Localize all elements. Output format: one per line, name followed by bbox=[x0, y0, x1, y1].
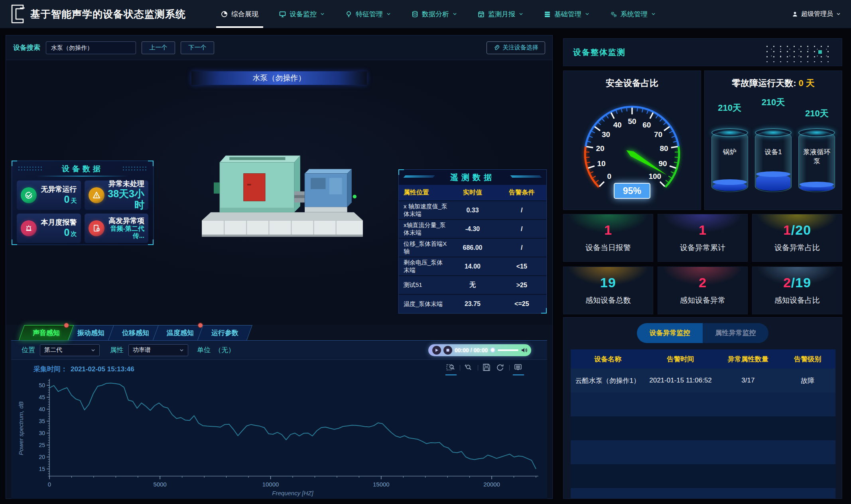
alarm-cell: 2021-01-15 11:06:52 bbox=[645, 369, 716, 392]
alarm-monitor-card: 设备异常监控属性异常监控 设备名称告警时间异常属性数量告警级别 云酷水泵（勿操作… bbox=[563, 317, 842, 499]
tank-name-label: 设备1 bbox=[757, 148, 790, 157]
svg-text:Power spectrum, dB: Power spectrum, dB bbox=[18, 401, 24, 455]
nav-item-feature-mgmt[interactable]: 特征管理 bbox=[345, 0, 391, 28]
warning-icon bbox=[92, 191, 101, 200]
unit-label: 单位 bbox=[197, 345, 211, 355]
zoom-reset-icon bbox=[464, 363, 473, 372]
stat-card-设备当日报警: 1设备当日报警 bbox=[563, 214, 653, 262]
toolbar-restore-icon[interactable] bbox=[496, 363, 505, 373]
telemetry-cell: -4.30 bbox=[448, 220, 497, 238]
telemetry-cell: 位移_泵体首端X轴 bbox=[399, 238, 448, 257]
telemetry-cell: 14.00 bbox=[448, 257, 497, 276]
telemetry-cell: / bbox=[497, 220, 546, 238]
device-search-bar: 设备搜索 水泵（勿操作） 上一个 下一个 关注设备选择 bbox=[6, 35, 552, 60]
telemetry-cell: x轴直流分量_泵体末端 bbox=[399, 220, 448, 238]
machine-base bbox=[202, 212, 363, 237]
tank-days-value: 210天 bbox=[805, 108, 829, 120]
alarm-cell-empty bbox=[571, 392, 645, 416]
toolbar-zoom-reset-icon[interactable] bbox=[464, 363, 474, 373]
sense-tab-振动感知[interactable]: 振动感知 bbox=[66, 325, 116, 340]
attribute-label: 属性 bbox=[110, 345, 124, 355]
play-button[interactable] bbox=[432, 346, 441, 355]
nav-item-system-mgmt[interactable]: 系统管理 bbox=[610, 0, 656, 28]
volume-button[interactable] bbox=[521, 347, 528, 354]
tank-cylinder: 锅炉 bbox=[711, 131, 748, 192]
device-data-cards: 无异常运行0天异常未处理38天3小时本月度报警0次高发异常项音频-第二代传... bbox=[12, 176, 153, 247]
device-search-input[interactable]: 水泵（勿操作） bbox=[46, 41, 136, 54]
telemetry-cell: 686.00 bbox=[448, 238, 497, 257]
nav-item-device-monitor[interactable]: 设备监控 bbox=[279, 0, 325, 28]
player-seek-handle[interactable] bbox=[490, 347, 495, 353]
toolbar-zoom-box-icon[interactable] bbox=[446, 363, 456, 373]
alarm-cell-empty bbox=[571, 488, 645, 499]
chart-toolbar bbox=[446, 363, 523, 373]
brand-logo bbox=[9, 3, 26, 25]
device-data-card-value: 音频-第二代传... bbox=[108, 225, 145, 240]
nav-item-overview[interactable]: 综合展现 bbox=[221, 0, 258, 28]
focus-device-button[interactable]: 关注设备选择 bbox=[487, 41, 545, 54]
motor-unit bbox=[214, 156, 300, 212]
alarm-cell-empty bbox=[645, 464, 716, 488]
tank-liquid bbox=[800, 184, 834, 191]
model-viewport[interactable]: 水泵（勿操作） bbox=[6, 60, 552, 325]
stat-value: 1/20 bbox=[753, 222, 842, 238]
audio-player[interactable]: 00:00 / 00:00 bbox=[428, 344, 531, 356]
toolbar-data-view-icon[interactable] bbox=[514, 363, 523, 373]
sense-tab-label: 振动感知 bbox=[66, 325, 116, 340]
svg-text:0: 0 bbox=[607, 172, 611, 180]
chevron-down-icon bbox=[836, 12, 841, 16]
device-data-card: 高发异常项音频-第二代传... bbox=[85, 214, 149, 243]
nav-item-data-analysis[interactable]: 数据分析 bbox=[412, 0, 457, 28]
player-seek-track[interactable] bbox=[498, 349, 518, 351]
nav-item-label: 监测月报 bbox=[488, 10, 515, 19]
next-device-button[interactable]: 下一个 bbox=[181, 41, 214, 54]
svg-text:100: 100 bbox=[648, 172, 661, 180]
telemetry-cell: 0.33 bbox=[448, 201, 497, 220]
sense-tab-声音感知[interactable]: 声音感知 bbox=[22, 325, 71, 340]
alarm-row[interactable]: 云酷水泵（勿操作1）2021-01-15 11:06:523/17故障 bbox=[571, 369, 835, 392]
device-data-card: 本月度报警0次 bbox=[17, 214, 81, 243]
prev-device-button[interactable]: 上一个 bbox=[142, 41, 175, 54]
stat-label: 感知设备总数 bbox=[563, 295, 653, 306]
svg-text:15: 15 bbox=[39, 466, 45, 472]
telemetry-row: 剩余电压_泵体末端14.00<15 bbox=[399, 257, 546, 276]
sense-tabs: 声音感知振动感知位移感知温度感知运行参数 bbox=[11, 325, 547, 341]
status-light bbox=[353, 195, 357, 198]
alarm-cell-empty bbox=[716, 488, 780, 499]
alarm-tab-属性异常监控[interactable]: 属性异常监控 bbox=[703, 323, 768, 343]
alarm-cell: 云酷水泵（勿操作1） bbox=[571, 369, 645, 392]
corner-accent bbox=[148, 239, 154, 245]
unit-value: （无） bbox=[215, 345, 235, 355]
svg-text:40: 40 bbox=[39, 406, 45, 412]
user-menu[interactable]: 超级管理员 bbox=[792, 10, 841, 18]
coupling-shaft bbox=[294, 191, 305, 202]
corner-accent bbox=[12, 239, 17, 245]
device-data-card-value: 0次 bbox=[40, 227, 77, 238]
dots-decoration bbox=[764, 44, 831, 62]
zero-fault-value: 0 天 bbox=[798, 78, 814, 88]
tank-days-value: 210天 bbox=[718, 102, 741, 114]
svg-text:10000: 10000 bbox=[262, 481, 279, 488]
attribute-select[interactable]: 功率谱 bbox=[128, 344, 188, 356]
stop-button[interactable] bbox=[443, 346, 452, 355]
monitor-icon bbox=[279, 11, 286, 18]
sense-tab-温度感知[interactable]: 温度感知 bbox=[156, 325, 205, 340]
stat-label: 设备当日报警 bbox=[563, 243, 653, 253]
alarm-cell-empty bbox=[716, 416, 780, 440]
position-select[interactable]: 第二代 bbox=[40, 344, 100, 356]
alarm-tab-设备异常监控[interactable]: 设备异常监控 bbox=[637, 323, 703, 343]
tank-liquid bbox=[713, 182, 747, 191]
position-label: 位置 bbox=[22, 345, 35, 355]
device-data-card-icon-wrap bbox=[89, 187, 104, 203]
telemetry-cell: <15 bbox=[497, 257, 546, 276]
sense-tab-位移感知[interactable]: 位移感知 bbox=[111, 325, 160, 340]
sense-tab-运行参数[interactable]: 运行参数 bbox=[200, 325, 250, 340]
app-title: 基于智能声学的设备状态监测系统 bbox=[30, 8, 186, 21]
stat-card-设备异常累计: 1设备异常累计 bbox=[658, 214, 748, 262]
nav-item-monthly-report[interactable]: 监测月报 bbox=[478, 0, 523, 28]
spectrum-chart[interactable]: 152025303540455005000100001500020000Powe… bbox=[11, 376, 548, 498]
toolbar-separator bbox=[478, 365, 478, 371]
nav-item-basic-mgmt[interactable]: 基础管理 bbox=[544, 0, 589, 28]
spectrum-chart-zone: 采集时间：2021-02-05 15:13:46 152025303540455… bbox=[11, 360, 547, 498]
toolbar-save-image-icon[interactable] bbox=[482, 363, 492, 373]
